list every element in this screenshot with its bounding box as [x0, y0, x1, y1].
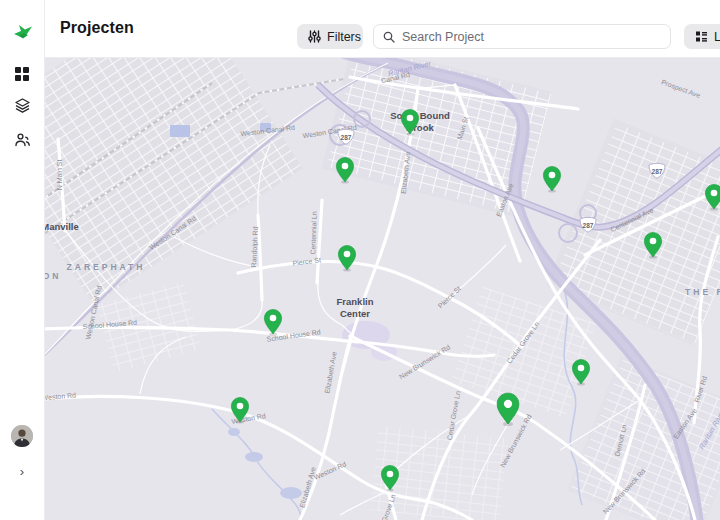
layers-icon: [14, 97, 31, 114]
grid-icon: [14, 66, 30, 82]
user-avatar[interactable]: [11, 425, 33, 447]
app-logo-icon[interactable]: [11, 20, 35, 44]
sliders-icon: [308, 30, 321, 43]
filters-button-label: Filters: [327, 30, 361, 44]
list-view-button-label: List: [714, 30, 720, 44]
area-label: THE RI: [685, 287, 720, 297]
sidebar: ›: [0, 0, 45, 520]
sidebar-item-layers[interactable]: [0, 91, 44, 119]
list-view-button[interactable]: List: [684, 24, 720, 49]
sidebar-collapse-chevron[interactable]: ›: [0, 461, 44, 481]
filters-button[interactable]: Filters: [297, 24, 363, 49]
app-window: › Projecten Filters: [0, 0, 720, 520]
street-label: N Main St: [56, 160, 63, 191]
sidebar-item-team[interactable]: [0, 125, 44, 153]
page-title: Projecten: [60, 19, 134, 37]
town-label: Manville: [44, 221, 79, 232]
search-box[interactable]: [373, 24, 671, 49]
list-view-icon: [695, 30, 708, 43]
search-icon: [383, 31, 395, 43]
top-header: Projecten Filters: [44, 0, 720, 58]
svg-text:287: 287: [652, 168, 663, 175]
town-label: South Bound: [390, 110, 450, 121]
area-label: ZAREPHATH: [67, 262, 146, 272]
search-input[interactable]: [402, 30, 661, 44]
town-label: Center: [340, 308, 370, 319]
svg-text:287: 287: [341, 134, 352, 141]
users-icon: [14, 131, 31, 148]
map-canvas[interactable]: Canal RdWeston Canal RdWeston Canal RdWe…: [44, 57, 720, 520]
svg-text:287: 287: [583, 222, 594, 229]
area-label: ON: [44, 271, 61, 281]
town-label: Franklin: [337, 296, 374, 307]
sidebar-item-dashboard[interactable]: [0, 60, 44, 88]
